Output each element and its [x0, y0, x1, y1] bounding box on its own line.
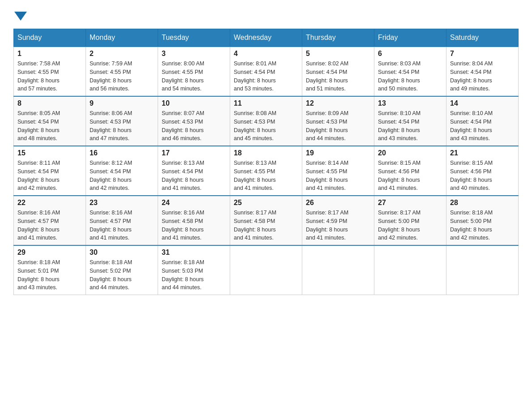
calendar-cell: 29 Sunrise: 8:18 AMSunset: 5:01 PMDaylig… [14, 245, 86, 295]
calendar-cell: 8 Sunrise: 8:05 AMSunset: 4:54 PMDayligh… [14, 96, 86, 146]
calendar-table: SundayMondayTuesdayWednesdayThursdayFrid… [13, 29, 519, 295]
day-info: Sunrise: 8:17 AMSunset: 4:59 PMDaylight:… [306, 210, 348, 241]
day-number: 2 [90, 50, 154, 58]
week-row-1: 1 Sunrise: 7:58 AMSunset: 4:55 PMDayligh… [14, 47, 519, 96]
day-number: 6 [378, 50, 442, 58]
day-info: Sunrise: 8:16 AMSunset: 4:57 PMDaylight:… [90, 210, 132, 241]
calendar-cell: 10 Sunrise: 8:07 AMSunset: 4:53 PMDaylig… [158, 96, 230, 146]
day-number: 17 [162, 149, 226, 157]
calendar-cell: 11 Sunrise: 8:08 AMSunset: 4:53 PMDaylig… [230, 96, 302, 146]
day-header-wednesday: Wednesday [230, 29, 302, 47]
day-info: Sunrise: 8:18 AMSunset: 5:03 PMDaylight:… [162, 259, 204, 291]
day-info: Sunrise: 8:15 AMSunset: 4:56 PMDaylight:… [378, 160, 420, 191]
calendar-cell: 22 Sunrise: 8:16 AMSunset: 4:57 PMDaylig… [14, 196, 86, 245]
day-number: 29 [17, 248, 82, 257]
day-header-row: SundayMondayTuesdayWednesdayThursdayFrid… [14, 29, 519, 47]
calendar-cell: 23 Sunrise: 8:16 AMSunset: 4:57 PMDaylig… [86, 196, 158, 245]
day-info: Sunrise: 8:10 AMSunset: 4:54 PMDaylight:… [450, 110, 493, 141]
calendar-cell: 18 Sunrise: 8:13 AMSunset: 4:55 PMDaylig… [230, 146, 302, 196]
day-info: Sunrise: 8:13 AMSunset: 4:54 PMDaylight:… [162, 160, 204, 191]
logo-triangle-icon [14, 12, 27, 21]
day-number: 23 [90, 199, 154, 207]
day-number: 22 [17, 199, 82, 207]
day-number: 19 [306, 149, 370, 157]
day-number: 9 [90, 99, 154, 107]
calendar-cell: 2 Sunrise: 7:59 AMSunset: 4:55 PMDayligh… [86, 47, 158, 96]
day-number: 18 [234, 149, 298, 157]
calendar-cell: 20 Sunrise: 8:15 AMSunset: 4:56 PMDaylig… [374, 146, 446, 196]
calendar-cell: 19 Sunrise: 8:14 AMSunset: 4:55 PMDaylig… [302, 146, 374, 196]
day-info: Sunrise: 8:04 AMSunset: 4:54 PMDaylight:… [450, 60, 493, 92]
day-info: Sunrise: 8:09 AMSunset: 4:53 PMDaylight:… [306, 110, 348, 141]
day-info: Sunrise: 8:05 AMSunset: 4:54 PMDaylight:… [17, 110, 60, 141]
calendar-cell [302, 245, 374, 295]
day-number: 26 [306, 199, 370, 207]
day-number: 1 [17, 50, 82, 58]
day-info: Sunrise: 8:12 AMSunset: 4:54 PMDaylight:… [90, 160, 132, 191]
day-number: 13 [378, 99, 442, 107]
calendar-cell: 4 Sunrise: 8:01 AMSunset: 4:54 PMDayligh… [230, 47, 302, 96]
calendar-cell: 31 Sunrise: 8:18 AMSunset: 5:03 PMDaylig… [158, 245, 230, 295]
day-number: 20 [378, 149, 442, 157]
day-number: 31 [162, 248, 226, 257]
day-number: 24 [162, 199, 226, 207]
calendar-cell: 12 Sunrise: 8:09 AMSunset: 4:53 PMDaylig… [302, 96, 374, 146]
day-number: 30 [90, 248, 154, 257]
calendar-cell: 30 Sunrise: 8:18 AMSunset: 5:02 PMDaylig… [86, 245, 158, 295]
calendar-cell: 3 Sunrise: 8:00 AMSunset: 4:55 PMDayligh… [158, 47, 230, 96]
day-info: Sunrise: 8:03 AMSunset: 4:54 PMDaylight:… [378, 60, 420, 92]
calendar-cell: 6 Sunrise: 8:03 AMSunset: 4:54 PMDayligh… [374, 47, 446, 96]
day-info: Sunrise: 8:13 AMSunset: 4:55 PMDaylight:… [234, 160, 276, 191]
day-info: Sunrise: 8:15 AMSunset: 4:56 PMDaylight:… [450, 160, 493, 191]
calendar-cell: 16 Sunrise: 8:12 AMSunset: 4:54 PMDaylig… [86, 146, 158, 196]
calendar-cell: 27 Sunrise: 8:17 AMSunset: 5:00 PMDaylig… [374, 196, 446, 245]
day-header-friday: Friday [374, 29, 446, 47]
day-header-saturday: Saturday [446, 29, 519, 47]
calendar-cell: 14 Sunrise: 8:10 AMSunset: 4:54 PMDaylig… [446, 96, 519, 146]
calendar-cell [446, 245, 519, 295]
page-header [13, 9, 519, 20]
day-number: 25 [234, 199, 298, 207]
day-number: 7 [450, 50, 515, 58]
day-number: 8 [17, 99, 82, 107]
day-header-monday: Monday [86, 29, 158, 47]
calendar-cell: 21 Sunrise: 8:15 AMSunset: 4:56 PMDaylig… [446, 146, 519, 196]
week-row-3: 15 Sunrise: 8:11 AMSunset: 4:54 PMDaylig… [14, 146, 519, 196]
day-info: Sunrise: 8:10 AMSunset: 4:54 PMDaylight:… [378, 110, 420, 141]
calendar-cell: 15 Sunrise: 8:11 AMSunset: 4:54 PMDaylig… [14, 146, 86, 196]
day-number: 10 [162, 99, 226, 107]
day-number: 27 [378, 199, 442, 207]
day-number: 21 [450, 149, 515, 157]
day-info: Sunrise: 8:11 AMSunset: 4:54 PMDaylight:… [17, 160, 60, 191]
calendar-cell: 7 Sunrise: 8:04 AMSunset: 4:54 PMDayligh… [446, 47, 519, 96]
logo [13, 9, 27, 20]
day-info: Sunrise: 8:02 AMSunset: 4:54 PMDaylight:… [306, 60, 348, 92]
calendar-cell: 1 Sunrise: 7:58 AMSunset: 4:55 PMDayligh… [14, 47, 86, 96]
calendar-cell: 5 Sunrise: 8:02 AMSunset: 4:54 PMDayligh… [302, 47, 374, 96]
day-info: Sunrise: 7:58 AMSunset: 4:55 PMDaylight:… [17, 60, 60, 92]
week-row-2: 8 Sunrise: 8:05 AMSunset: 4:54 PMDayligh… [14, 96, 519, 146]
day-info: Sunrise: 8:14 AMSunset: 4:55 PMDaylight:… [306, 160, 348, 191]
day-number: 3 [162, 50, 226, 58]
day-info: Sunrise: 8:18 AMSunset: 5:01 PMDaylight:… [17, 259, 60, 291]
calendar-cell: 26 Sunrise: 8:17 AMSunset: 4:59 PMDaylig… [302, 196, 374, 245]
calendar-cell: 9 Sunrise: 8:06 AMSunset: 4:53 PMDayligh… [86, 96, 158, 146]
week-row-4: 22 Sunrise: 8:16 AMSunset: 4:57 PMDaylig… [14, 196, 519, 245]
day-header-sunday: Sunday [14, 29, 86, 47]
day-header-thursday: Thursday [302, 29, 374, 47]
day-number: 4 [234, 50, 298, 58]
day-info: Sunrise: 8:16 AMSunset: 4:58 PMDaylight:… [162, 210, 204, 241]
day-number: 14 [450, 99, 515, 107]
day-number: 16 [90, 149, 154, 157]
day-number: 28 [450, 199, 515, 207]
day-info: Sunrise: 8:07 AMSunset: 4:53 PMDaylight:… [162, 110, 204, 141]
calendar-cell: 13 Sunrise: 8:10 AMSunset: 4:54 PMDaylig… [374, 96, 446, 146]
day-info: Sunrise: 8:18 AMSunset: 5:02 PMDaylight:… [90, 259, 132, 291]
day-info: Sunrise: 8:08 AMSunset: 4:53 PMDaylight:… [234, 110, 276, 141]
day-header-tuesday: Tuesday [158, 29, 230, 47]
calendar-cell: 24 Sunrise: 8:16 AMSunset: 4:58 PMDaylig… [158, 196, 230, 245]
day-number: 5 [306, 50, 370, 58]
day-number: 11 [234, 99, 298, 107]
week-row-5: 29 Sunrise: 8:18 AMSunset: 5:01 PMDaylig… [14, 245, 519, 295]
calendar-cell: 25 Sunrise: 8:17 AMSunset: 4:58 PMDaylig… [230, 196, 302, 245]
